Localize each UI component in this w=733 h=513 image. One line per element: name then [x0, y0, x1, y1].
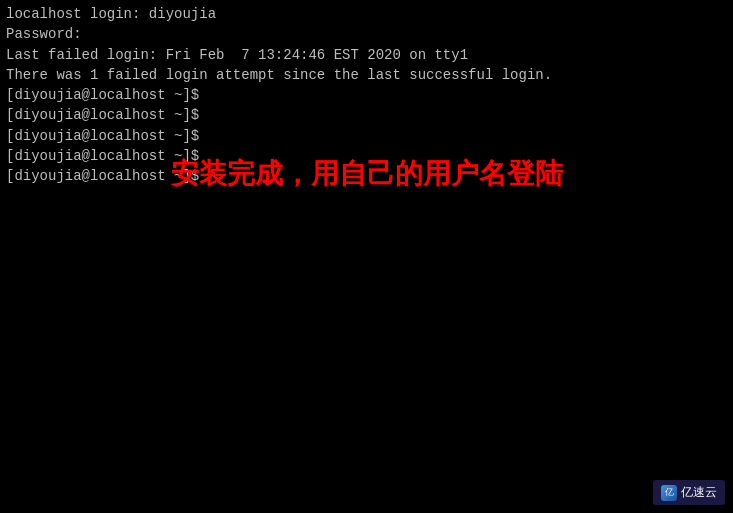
- terminal-line: [diyoujia@localhost ~]$: [6, 85, 727, 105]
- annotation-chinese: 安装完成，用自己的用户名登陆: [171, 155, 563, 193]
- terminal-line: Last failed login: Fri Feb 7 13:24:46 ES…: [6, 45, 727, 65]
- terminal-line: Password:: [6, 24, 727, 44]
- watermark-label: 亿速云: [681, 484, 717, 501]
- terminal-line: localhost login: diyoujia: [6, 4, 727, 24]
- terminal-line: [diyoujia@localhost ~]$: [6, 126, 727, 146]
- watermark-icon: 亿: [661, 485, 677, 501]
- watermark-badge: 亿 亿速云: [653, 480, 725, 505]
- terminal-line: [diyoujia@localhost ~]$: [6, 105, 727, 125]
- terminal-line: There was 1 failed login attempt since t…: [6, 65, 727, 85]
